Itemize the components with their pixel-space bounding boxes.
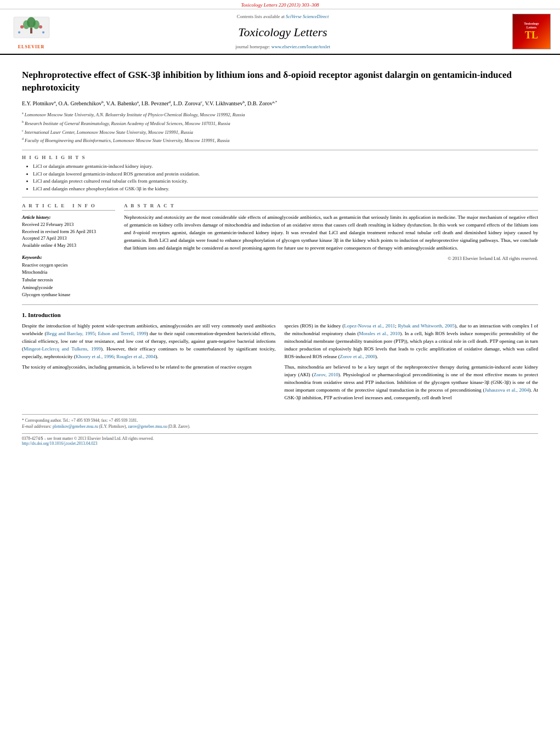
kw-3: Tubular necrosis xyxy=(22,276,115,284)
intro-para-2: The toxicity of aminoglycosides, includi… xyxy=(22,364,276,371)
kw-1: Reactive oxygen species xyxy=(22,262,115,269)
svg-point-8 xyxy=(42,31,44,33)
ref-rougler[interactable]: Rougler et al., 2004 xyxy=(116,354,155,359)
affil-b: b Research Institute of General Reanimat… xyxy=(22,120,538,127)
homepage-link[interactable]: www.elsevier.com/locate/toxlet xyxy=(271,44,330,49)
homepage-line: journal homepage: www.elsevier.com/locat… xyxy=(235,44,330,49)
highlights-list: LiCl or dalargin attenuate gentamicin-in… xyxy=(33,163,538,193)
keywords-list: Reactive oxygen species Mitochondria Tub… xyxy=(22,262,115,299)
intro-para-1: Despite the introduction of highly poten… xyxy=(22,323,276,361)
page: Toxicology Letters 220 (2013) 303–308 EL… xyxy=(0,0,560,741)
elsevier-logo-area: ELSEVIER xyxy=(7,14,56,49)
svg-point-7 xyxy=(18,31,20,33)
email-note: E-mail addresses: plotnikov@genebee.msu.… xyxy=(22,424,538,429)
divider-3 xyxy=(22,304,538,305)
svg-rect-4 xyxy=(30,28,32,33)
ref-edson[interactable]: Edson and Terrell, 1999 xyxy=(98,331,146,336)
tl-logo-letters: TL xyxy=(525,30,538,41)
tl-logo-text-small: ToxicologyLetters xyxy=(524,22,539,30)
elsevier-logo-svg xyxy=(11,16,52,43)
footer-area: * Corresponding author. Tel.: +7 495 939… xyxy=(22,414,538,446)
highlight-item-2: LiCl or dalargin lowered gentamicin-indu… xyxy=(33,171,538,178)
affiliations-block: a Lomonosov Moscow State University, A.N… xyxy=(22,111,538,144)
article-info-col: A R T I C L E I N F O Article history: R… xyxy=(22,203,115,299)
intro-col-left: Despite the introduction of highly poten… xyxy=(22,323,276,405)
article-info-title: A R T I C L E I N F O xyxy=(22,203,115,211)
doi-line: http://dx.doi.org/10.1016/j.toxlet.2013.… xyxy=(22,441,538,446)
kw-4: Aminoglycoside xyxy=(22,284,115,292)
issn-line: 0378-4274/$ – see front matter © 2013 El… xyxy=(22,433,538,441)
tl-logo-box: ToxicologyLetters TL xyxy=(512,14,551,49)
journal-citation: Toxicology Letters 220 (2013) 303–308 xyxy=(0,0,560,9)
ref-morales[interactable]: Morales et al., 2010 xyxy=(359,331,400,336)
highlights-section: H I G H L I G H T S LiCl or dalargin att… xyxy=(22,155,538,193)
abstract-col: A B S T R A C T Nephrotoxicity and ototo… xyxy=(124,203,538,299)
journal-title-block: Contents lists available at SciVerse Sci… xyxy=(61,14,504,49)
article-title: Nephroprotective effect of GSK-3β inhibi… xyxy=(22,69,538,94)
ref-juhaszova[interactable]: Juhaszova et al., 2004 xyxy=(485,387,529,393)
main-content: Nephroprotective effect of GSK-3β inhibi… xyxy=(0,55,560,452)
history-label: Article history: xyxy=(22,214,115,221)
intro-columns: Despite the introduction of highly poten… xyxy=(22,323,538,405)
elsevier-label: ELSEVIER xyxy=(18,44,44,49)
sciverse-line: Contents lists available at SciVerse Sci… xyxy=(237,14,329,19)
intro-para-3: species (ROS) in the kidney (Lopez-Novoa… xyxy=(285,323,539,361)
issn-text: 0378-4274/$ – see front matter © 2013 El… xyxy=(22,436,154,441)
divider-1 xyxy=(22,150,538,150)
affil-c: c International Laser Center, Lomonosov … xyxy=(22,128,538,136)
ref-khoory[interactable]: Khoory et al., 1996 xyxy=(76,354,114,359)
ref-lopez[interactable]: Lopez-Novoa et al., 2011 xyxy=(344,323,395,329)
homepage-label: journal homepage: xyxy=(235,44,270,49)
email-zarov[interactable]: zarov@genebee.msu.su xyxy=(128,424,167,429)
journal-citation-text: Toxicology Letters 220 (2013) 303–308 xyxy=(241,2,319,8)
introduction-section: 1. Introduction Despite the introduction… xyxy=(22,312,538,405)
intro-para-4: Thus, mitochondria are believed to be a … xyxy=(285,364,539,402)
authors-line: E.Y. Plotnikova, O.A. Grebenchikovb, V.A… xyxy=(22,100,538,108)
info-abstract-columns: A R T I C L E I N F O Article history: R… xyxy=(22,203,538,299)
affil-a: a Lomonosov Moscow State University, A.N… xyxy=(22,111,538,118)
svg-point-6 xyxy=(39,25,42,29)
highlight-item-3: LiCl and dalargin protect cultured renal… xyxy=(33,178,538,185)
kw-5: Glycogen synthase kinase xyxy=(22,291,115,299)
keywords-section: Keywords: Reactive oxygen species Mitoch… xyxy=(22,254,115,299)
svg-point-5 xyxy=(20,25,24,29)
kw-2: Mitochondria xyxy=(22,269,115,276)
abstract-copyright: © 2013 Elsevier Ireland Ltd. All rights … xyxy=(124,256,538,261)
affil-d: d Faculty of Bioengineering and Bioinfor… xyxy=(22,137,538,144)
sciverse-prefix: Contents lists available at xyxy=(237,14,285,19)
ref-zorov2000[interactable]: Zorov et al., 2000 xyxy=(340,354,375,359)
doi-link[interactable]: http://dx.doi.org/10.1016/j.toxlet.2013.… xyxy=(22,441,98,446)
intro-title: 1. Introduction xyxy=(22,312,538,318)
sciverse-link[interactable]: SciVerse ScienceDirect xyxy=(286,14,329,19)
ref-zorov2010[interactable]: Zorov, 2010 xyxy=(314,372,338,377)
ref-rybak[interactable]: Rybak and Whitworth, 2005 xyxy=(398,323,455,329)
highlight-item-1: LiCl or dalargin attenuate gentamicin-in… xyxy=(33,163,538,171)
abstract-title: A B S T R A C T xyxy=(124,203,538,211)
tl-logo-area: ToxicologyLetters TL xyxy=(510,14,553,49)
corresponding-note: * Corresponding author. Tel.: +7 495 939… xyxy=(22,418,538,423)
history-revised: Received in revised form 26 April 2013 xyxy=(22,228,115,235)
svg-point-2 xyxy=(23,20,30,29)
history-available: Available online 4 May 2013 xyxy=(22,242,115,249)
divider-2 xyxy=(22,197,538,197)
keywords-label: Keywords: xyxy=(22,254,115,260)
history-received: Received 22 February 2013 xyxy=(22,221,115,228)
svg-point-3 xyxy=(33,20,39,29)
abstract-text: Nephrotoxicity and ototoxicity are the m… xyxy=(124,214,538,252)
history-accepted: Accepted 27 April 2013 xyxy=(22,235,115,242)
highlight-item-4: LiCl and dalargin enhance phosphorylatio… xyxy=(33,185,538,193)
intro-col-right: species (ROS) in the kidney (Lopez-Novoa… xyxy=(285,323,539,405)
email-plotnikov[interactable]: plotnikov@genebee.msu.ru xyxy=(53,424,98,429)
ref-begg[interactable]: Begg and Barclay, 1995 xyxy=(46,331,95,336)
journal-name: Toxicology Letters xyxy=(238,25,327,39)
highlights-title: H I G H L I G H T S xyxy=(22,155,538,160)
article-history: Article history: Received 22 February 20… xyxy=(22,214,115,249)
journal-header: ELSEVIER Contents lists available at Sci… xyxy=(0,9,560,55)
ref-mingeot[interactable]: Mingeot-Leclercq and Tulkens, 1999 xyxy=(24,346,101,352)
